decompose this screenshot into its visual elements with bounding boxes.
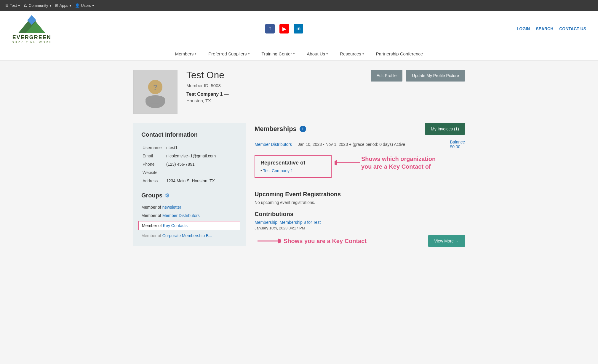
nav-resources[interactable]: Resources ▾ <box>334 47 370 60</box>
key-contact-annotation-row: Shows you are a Key Contact View More → <box>255 235 465 247</box>
nav-members[interactable]: Members ▾ <box>169 47 203 60</box>
key-contacts-link[interactable]: Key Contacts <box>163 223 188 228</box>
contact-phone-row: Phone (123) 456-7891 <box>141 160 237 168</box>
profile-member-id: Member ID: 5008 <box>186 83 362 88</box>
profile-name: Test One <box>186 70 362 81</box>
contact-username-row: Username ntest1 <box>141 143 237 152</box>
right-panel: Memberships + My Invoices (1) Member Dis… <box>255 123 465 247</box>
contact-phone-value: (123) 456-7891 <box>165 160 237 168</box>
group-item-corporate: Member of Corporate Membership B... <box>141 232 237 240</box>
profile-header: ? Test One Member ID: 5008 Test Company … <box>133 70 465 114</box>
logo-svg <box>12 14 51 37</box>
profile-info: Test One Member ID: 5008 Test Company 1 … <box>186 70 362 103</box>
profile-company: Test Company 1 — <box>186 92 362 97</box>
contact-email-row: Email nicolemvise+1@gmail.com <box>141 152 237 160</box>
top-bar-users[interactable]: 👤 Users ▾ <box>75 3 94 8</box>
contact-us-link[interactable]: CONTACT US <box>559 26 586 31</box>
membership-dates: Jan 10, 2023 - Nov 1, 2023 + (grace peri… <box>298 142 444 147</box>
linkedin-icon[interactable]: in <box>294 24 303 33</box>
left-panel: Contact Information Username ntest1 Emai… <box>133 123 246 246</box>
nav-preferred-suppliers[interactable]: Preferred Suppliers ▾ <box>202 47 255 60</box>
contributions-date: January 10th, 2023 04:17 PM <box>255 226 465 230</box>
logo-name: EVERGREEN <box>12 34 52 41</box>
groups-title: Groups ⚙ <box>141 192 237 199</box>
contact-username-value: ntest1 <box>165 143 237 152</box>
representative-title: Representative of <box>260 160 326 166</box>
nav-bar: Members ▾ Preferred Suppliers ▾ Training… <box>12 47 586 60</box>
rep-annotation-text: Shows which organization you are a Key C… <box>361 155 444 170</box>
contact-address-row: Address 1234 Main St Houston, TX <box>141 177 237 185</box>
svg-rect-6 <box>145 96 165 103</box>
chevron-down-icon: ▾ <box>195 52 196 56</box>
membership-row: Member Distributors Jan 10, 2023 - Nov 1… <box>255 140 465 149</box>
facebook-icon[interactable]: f <box>265 24 275 33</box>
header: EVERGREEN SUPPLY NETWORK f ▶ in LOGIN SE… <box>0 11 598 61</box>
memberships-header: Memberships + My Invoices (1) <box>255 123 465 135</box>
contributions-link[interactable]: Membership: Membership 8 for Test <box>255 220 465 225</box>
contributions-section: Contributions Membership: Membership 8 f… <box>255 211 465 247</box>
contributions-title: Contributions <box>255 211 465 218</box>
youtube-icon[interactable]: ▶ <box>279 24 289 33</box>
top-bar-community[interactable]: 🗂 Community ▾ <box>24 3 52 8</box>
profile-buttons: Edit Profile Update My Profile Picture <box>371 70 465 82</box>
rep-arrow-annotation: Shows which organization you are a Key C… <box>335 155 444 170</box>
member-distributors-membership-link[interactable]: Member Distributors <box>255 142 292 147</box>
rep-box-wrap: Representative of Test Company 1 <box>255 155 332 184</box>
nav-about-us[interactable]: About Us ▾ <box>301 47 334 60</box>
chevron-down-icon: ▾ <box>326 52 328 56</box>
contact-username-label: Username <box>141 143 165 152</box>
login-link[interactable]: LOGIN <box>517 26 530 31</box>
group-item-newsletter: Member of newsletter <box>141 203 237 211</box>
groups-section: Groups ⚙ Member of newsletter Member of … <box>141 192 237 240</box>
memberships-title-area: Memberships + <box>255 125 306 133</box>
edit-profile-button[interactable]: Edit Profile <box>371 70 403 82</box>
nav-partnership-conference[interactable]: Partnership Conference <box>370 47 429 60</box>
search-link[interactable]: SEARCH <box>536 26 553 31</box>
dropdown-icon: ▾ <box>92 3 94 8</box>
contact-address-value: 1234 Main St Houston, TX <box>165 177 237 185</box>
balance-link[interactable]: Balance $0.00 <box>450 140 465 149</box>
representative-box: Representative of Test Company 1 <box>255 155 332 178</box>
top-bar-test[interactable]: 🖥 Test ▾ <box>5 3 20 8</box>
dropdown-icon: ▾ <box>69 3 71 8</box>
gear-icon[interactable]: ⚙ <box>165 192 170 199</box>
update-picture-button[interactable]: Update My Profile Picture <box>406 70 465 82</box>
contact-website-label: Website <box>141 168 165 177</box>
corporate-membership-link[interactable]: Corporate Membership B... <box>162 233 212 238</box>
upcoming-events-text: No upcoming event registrations. <box>255 200 465 205</box>
pink-arrow-icon <box>335 157 361 169</box>
chevron-down-icon: ▾ <box>248 52 250 56</box>
community-icon: 🗂 <box>24 3 28 8</box>
header-links: LOGIN SEARCH CONTACT US <box>517 26 586 31</box>
dropdown-icon: ▾ <box>18 3 20 8</box>
logo[interactable]: EVERGREEN SUPPLY NETWORK <box>12 14 52 44</box>
representative-annotation-area: Representative of Test Company 1 <box>255 155 465 184</box>
view-more-button[interactable]: View More → <box>428 235 465 247</box>
upcoming-events-title: Upcoming Event Registrations <box>255 191 465 198</box>
upcoming-events-section: Upcoming Event Registrations No upcoming… <box>255 191 465 205</box>
social-icons: f ▶ in <box>265 24 303 33</box>
contact-phone-label: Phone <box>141 160 165 168</box>
profile-location: Houston, TX <box>186 98 362 103</box>
contact-email-label: Email <box>141 152 165 160</box>
contact-website-row: Website <box>141 168 237 177</box>
users-icon: 👤 <box>75 3 80 8</box>
representative-company[interactable]: Test Company 1 <box>260 168 326 173</box>
contact-email-value: nicolemvise+1@gmail.com <box>165 152 237 160</box>
contact-info-title: Contact Information <box>141 131 237 138</box>
avatar: ? <box>133 70 178 114</box>
my-invoices-button[interactable]: My Invoices (1) <box>425 123 465 135</box>
nav-training-center[interactable]: Training Center ▾ <box>256 47 301 60</box>
newsletter-link[interactable]: newsletter <box>162 205 181 210</box>
key-contact-annotation-text: Shows you are a Key Contact <box>284 238 367 245</box>
member-distributors-link[interactable]: Member Distributors <box>162 213 200 218</box>
avatar-svg: ? <box>139 76 172 108</box>
chevron-down-icon: ▾ <box>293 52 295 56</box>
chevron-down-icon: ▾ <box>362 52 364 56</box>
content-area: Contact Information Username ntest1 Emai… <box>133 123 465 247</box>
top-bar: 🖥 Test ▾ 🗂 Community ▾ ⊞ Apps ▾ 👤 Users … <box>0 0 598 11</box>
key-contact-arrow-icon <box>255 235 281 247</box>
top-bar-apps[interactable]: ⊞ Apps ▾ <box>55 3 72 8</box>
logo-tagline: SUPPLY NETWORK <box>12 41 52 44</box>
add-membership-button[interactable]: + <box>300 126 306 132</box>
